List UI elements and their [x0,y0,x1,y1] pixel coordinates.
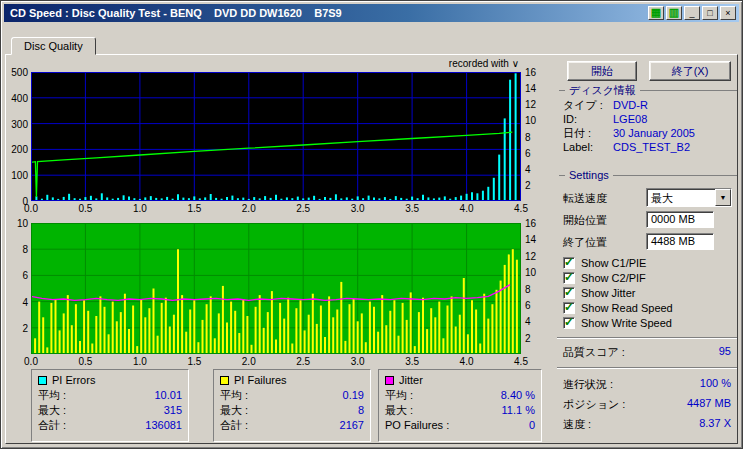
settings-checkbox-list: ✓Show C1/PIE✓Show C2/PIF✓Show Jitter✓Sho… [563,255,673,330]
stat-value: 315 [164,403,182,418]
stat-row: 最大 :11.1 % [385,403,535,418]
maximize-icon: □ [707,8,712,18]
axis-tick-label: 1.5 [179,356,209,367]
progress-value: 100 % [700,377,731,392]
disc-info-row: タイプ :DVD-R [563,98,737,112]
minimize-button[interactable]: _ [684,6,700,20]
checkbox-label: Show Read Speed [581,302,673,314]
chart-icon-button[interactable]: ▦ [648,6,664,20]
speed-label: 速度 : [563,417,591,432]
stat-value: 8.40 % [501,388,535,403]
end-position-field[interactable]: 4488 MB [646,233,714,250]
axis-tick-label: 500 [3,67,28,78]
stat-label: 平均 : [385,388,413,403]
maximize-button[interactable]: □ [702,6,718,20]
disc-info-header-label: ディスク情報 [569,83,636,98]
checkbox[interactable]: ✓ [563,287,575,299]
axis-tick-label: 14 [525,234,545,245]
minimize-icon: _ [689,8,694,18]
checkbox[interactable]: ✓ [563,317,575,329]
stat-value: 11.1 % [502,403,535,418]
end-position-label: 終了位置 [563,235,607,250]
titlebar[interactable]: CD Speed : Disc Quality Test - BENQ DVD … [4,4,739,22]
screenshot-icon-button[interactable]: ▥ [666,6,682,20]
axis-tick-label: 200 [3,144,28,155]
start-button[interactable]: 開始 [567,61,637,81]
axis-tick-label: 2.5 [288,203,318,214]
axis-tick-label: 2 [3,323,28,334]
settings-checkbox-row[interactable]: ✓Show Write Speed [563,315,673,330]
position-value: 4487 MB [687,397,731,412]
checkbox[interactable]: ✓ [563,272,575,284]
stat-row: 平均 :10.01 [38,388,182,403]
stat-value: 0.19 [343,388,364,403]
axis-tick-label: 0.0 [16,356,46,367]
progress-label: 進行状況 : [563,377,613,392]
check-icon: ✓ [564,315,574,329]
stat-row: 最大 :315 [38,403,182,418]
recorded-with-text: recorded with [449,58,509,69]
check-icon: ✓ [564,300,574,314]
axis-tick-label: 2.0 [234,203,264,214]
screenshot-icon: ▥ [669,6,679,18]
start-position-field[interactable]: 0000 MB [646,211,714,228]
stat-label: 最大 : [220,403,248,418]
axis-tick-label: 4 [525,316,545,327]
transfer-speed-select[interactable]: 最大 ▼ [646,188,732,207]
disc-info-row: ID:LGE08 [563,112,737,126]
settings-checkbox-row[interactable]: ✓Show Jitter [563,285,673,300]
axis-tick-label: 2.5 [288,356,318,367]
stat-value: 10.01 [154,388,182,403]
legend-label: PI Failures [234,374,287,386]
stat-row: PO Failures :0 [385,418,535,433]
disc-info-header: ディスク情報 [559,83,737,98]
stat-row: 平均 :0.19 [220,388,364,403]
close-button[interactable]: × [720,6,736,20]
chevron-down-icon[interactable]: ▼ [715,189,731,206]
stat-row: 合計 :136081 [38,418,182,433]
axis-tick-label: 2.0 [234,356,264,367]
axis-tick-label: 0.0 [16,203,46,214]
axis-tick-label: 1.0 [125,203,155,214]
axis-tick-label: 0.5 [70,356,100,367]
settings-checkbox-row[interactable]: ✓Show C1/PIE [563,255,673,270]
legend-swatch-icon [220,376,229,385]
titlebar-buttons: ▦ ▥ _ □ × [648,6,739,20]
settings-checkbox-row[interactable]: ✓Show C2/PIF [563,270,673,285]
stat-value: 0 [529,418,535,433]
exit-button[interactable]: 終了(X) [649,61,731,81]
axis-tick-label: 8 [525,132,545,143]
axis-tick-label: 10 [3,218,28,229]
settings-checkbox-row[interactable]: ✓Show Read Speed [563,300,673,315]
legend-label: Jitter [399,374,423,386]
header-line [559,175,565,176]
pi-failures-jitter-chart [31,223,521,354]
check-icon: ✓ [564,255,574,269]
recorded-with-note: recorded with ∨ [381,58,519,69]
axis-tick-label: 4.5 [506,356,536,367]
checkbox[interactable]: ✓ [563,257,575,269]
tab-disc-quality[interactable]: Disc Quality [11,37,96,55]
disc-info-label: Label: [563,141,613,153]
axis-tick-label: 16 [525,67,545,78]
stats-box-pi-failures: PI Failures平均 :0.19最大 :8合計 :2167 [213,369,371,442]
stat-row: 最大 :8 [220,403,364,418]
speed-value: 8.37 X [699,417,731,432]
axis-tick-label: 6 [525,148,545,159]
axis-tick-label: 1.5 [179,203,209,214]
quality-score-label: 品質スコア : [563,345,625,360]
checkbox[interactable]: ✓ [563,302,575,314]
disc-info-label: ID: [563,113,613,125]
pi-errors-speed-chart [31,72,521,201]
legend: PI Failures [220,372,364,388]
start-position-label: 開始位置 [563,213,607,228]
stat-label: 合計 : [220,418,248,433]
legend: Jitter [385,372,535,388]
axis-tick-label: 6 [525,300,545,311]
stat-label: 平均 : [220,388,248,403]
settings-header: Settings [559,169,737,181]
stat-row: 合計 :2167 [220,418,364,433]
axis-tick-label: 4.0 [452,356,482,367]
disc-info-value: 30 January 2005 [613,127,737,139]
axis-tick-label: 400 [3,93,28,104]
